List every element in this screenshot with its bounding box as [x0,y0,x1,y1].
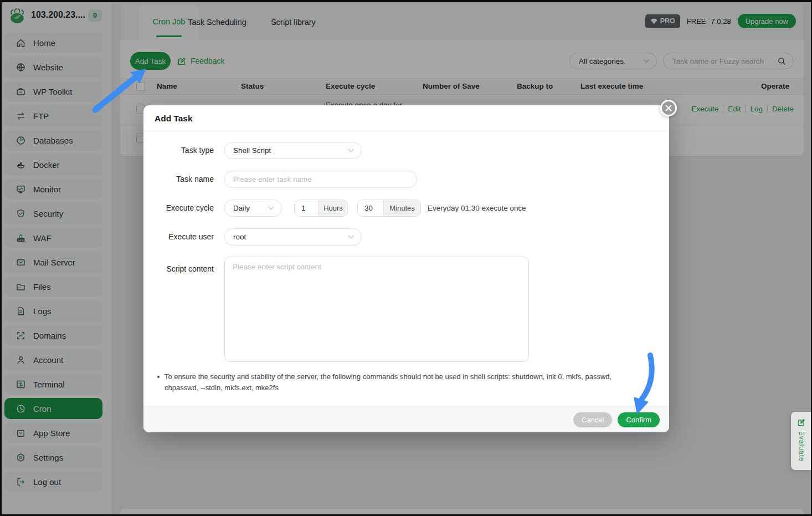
cycle-hint: Everyday 01:30 execute once [428,200,526,217]
modal-title: Add Task [155,105,193,131]
close-icon [665,105,672,111]
modal-close-button[interactable] [660,100,677,116]
cancel-button[interactable]: Cancel [573,412,612,427]
minutes-input[interactable] [358,200,383,216]
evaluate-note-icon [797,418,806,427]
chevron-down-icon [348,235,354,239]
hours-group: Hours [294,200,348,217]
hours-unit: Hours [318,200,347,216]
chevron-down-icon [268,206,274,210]
script-content-label: Script content [155,260,214,278]
task-name-label: Task name [155,171,214,188]
task-type-label: Task type [155,142,214,159]
minutes-group: Minutes [357,200,421,217]
modal-header: Add Task [143,105,669,131]
task-name-input[interactable] [224,171,417,188]
hours-input[interactable] [295,200,318,216]
chevron-down-icon [348,149,354,152]
bullet-dot [157,376,160,378]
security-note: To ensure the security and stability of … [157,371,634,394]
cycle-period-select[interactable]: Daily [224,200,282,217]
modal-footer: Cancel Confirm [143,406,669,432]
execute-user-select[interactable]: root [224,228,362,246]
window-edge-left [0,0,2,516]
evaluate-tab[interactable]: Evaluate [791,412,812,470]
execute-user-label: Execute user [155,228,214,246]
window-edge-top [0,0,812,2]
task-name-wrap [224,171,417,188]
task-type-select[interactable]: Shell Script [224,142,362,159]
confirm-button[interactable]: Confirm [618,412,660,427]
script-content-textarea[interactable] [224,257,529,362]
add-task-modal: Add Task Task type Shell Script Task nam… [143,105,669,432]
minutes-unit: Minutes [383,200,420,216]
execute-cycle-label: Execute cycle [155,200,214,217]
